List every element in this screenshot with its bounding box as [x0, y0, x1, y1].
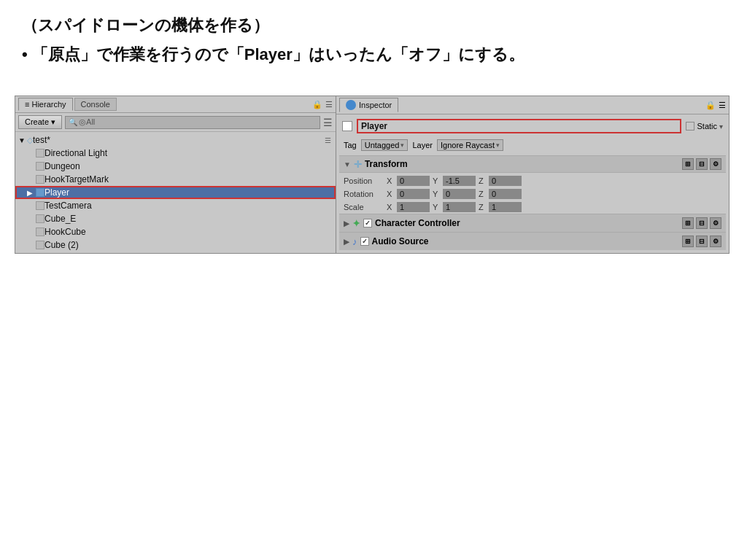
gameobj-icon — [36, 188, 44, 197]
cc-snap-icon[interactable]: ⊟ — [696, 217, 708, 229]
cc-label: Character Controller — [375, 218, 460, 228]
item-label: HookCube — [44, 227, 86, 237]
layer-dropdown[interactable]: Ignore Raycast ▾ — [437, 139, 503, 151]
gameobj-icon — [36, 201, 44, 210]
tag-dropdown[interactable]: Untagged ▾ — [361, 139, 409, 151]
y-axis-label: Y — [433, 203, 440, 211]
list-item[interactable]: Cube_E — [15, 212, 336, 225]
as-snap-icon[interactable]: ⊟ — [696, 236, 708, 247]
search-box: 🔍 — [65, 116, 320, 129]
gameobj-icon — [36, 214, 44, 223]
x-axis-label: X — [387, 176, 394, 185]
bullet-text: • 「原点」で作業を行うので「Player」はいったん「オフ」にする。 — [22, 42, 725, 66]
lock-icon: 🔒 — [705, 101, 716, 110]
rotation-label: Rotation — [344, 190, 384, 198]
scene-menu: ☰ — [325, 136, 331, 144]
hierarchy-menu-icon[interactable]: ☰ — [323, 117, 333, 128]
tag-dropdown-arrow: ▾ — [400, 141, 404, 149]
x-axis-label: X — [387, 203, 394, 211]
list-item-player[interactable]: ▶ Player — [15, 186, 336, 199]
player-name-field[interactable]: Player — [357, 119, 681, 133]
position-x[interactable] — [397, 176, 430, 186]
scale-x[interactable] — [397, 202, 430, 212]
list-item[interactable]: Directional Light — [15, 147, 336, 160]
scene-name: test* — [33, 135, 50, 145]
settings-icon[interactable]: ⚙ — [710, 158, 721, 170]
expand-arrow: ▼ — [18, 136, 27, 144]
layer-label: Layer — [412, 141, 433, 149]
scale-z[interactable] — [489, 202, 522, 212]
cc-icon: ✦ — [352, 218, 360, 229]
position-row: Position X Y Z — [339, 174, 726, 187]
ref-icon[interactable]: ⊞ — [682, 158, 694, 170]
cc-expand[interactable]: ▶ — [344, 219, 349, 228]
subtitle: （スパイドローンの機体を作る） — [22, 15, 725, 36]
position-xyz: X Y Z — [387, 176, 721, 186]
expand-arrow: ▶ — [27, 189, 36, 197]
as-ref-icon[interactable]: ⊞ — [682, 236, 694, 247]
static-dropdown-arrow[interactable]: ▾ — [719, 122, 723, 131]
tag-value: Untagged — [365, 141, 400, 149]
inspector-tab-icons: 🔒 ☰ — [705, 101, 726, 110]
position-y[interactable] — [443, 176, 476, 186]
list-item[interactable]: HookTargetMark — [15, 173, 336, 186]
item-label: Directional Light — [44, 148, 107, 158]
rotation-row: Rotation X Y Z — [339, 187, 726, 201]
create-button[interactable]: Create ▾ — [18, 115, 62, 129]
menu-icon[interactable]: ☰ — [719, 101, 726, 110]
as-expand[interactable]: ▶ — [344, 238, 349, 246]
transform-icons-right: ⊞ ⊟ ⚙ — [682, 158, 721, 170]
search-input[interactable] — [79, 118, 317, 127]
item-label: Cube (2) — [44, 240, 79, 250]
menu-icon[interactable]: ☰ — [325, 100, 333, 109]
cc-checkbox[interactable]: ✓ — [363, 219, 372, 228]
as-checkbox[interactable]: ✓ — [360, 237, 369, 246]
layer-dropdown-arrow: ▾ — [496, 141, 500, 149]
rotation-x[interactable] — [397, 189, 430, 199]
inspector-title-label: Inspector — [359, 101, 392, 109]
inspector-tab-bar: Inspector 🔒 ☰ — [336, 96, 729, 114]
cc-ref-icon[interactable]: ⊞ — [682, 217, 694, 229]
active-checkbox[interactable] — [342, 121, 352, 131]
z-axis-label: Z — [479, 190, 486, 198]
snap-icon[interactable]: ⊟ — [696, 158, 708, 170]
search-icon: 🔍 — [69, 118, 77, 126]
static-checkbox[interactable] — [686, 122, 694, 131]
list-item[interactable]: TestCamera — [15, 199, 336, 212]
tab-bar: ≡ Hierarchy Console 🔒 ☰ — [15, 96, 336, 113]
scale-y[interactable] — [443, 202, 476, 212]
tab-console[interactable]: Console — [74, 98, 117, 111]
y-axis-label: Y — [433, 190, 440, 198]
inspector-tab[interactable]: Inspector — [339, 98, 398, 112]
gameobj-icon — [36, 162, 44, 171]
as-label: Audio Source — [372, 236, 429, 246]
tag-layer-row: Tag Untagged ▾ Layer Ignore Raycast ▾ — [339, 138, 726, 152]
rotation-z[interactable] — [489, 189, 522, 199]
list-item[interactable]: Dungeon — [15, 160, 336, 173]
list-item[interactable]: Cube (2) — [15, 238, 336, 252]
list-item[interactable]: HookCube — [15, 225, 336, 238]
audio-source-row: ▶ ♪ ✓ Audio Source ⊞ ⊟ ⚙ — [339, 232, 726, 250]
as-icons: ⊞ ⊟ ⚙ — [682, 236, 721, 247]
as-settings-icon[interactable]: ⚙ — [710, 236, 721, 247]
layer-value: Ignore Raycast — [441, 141, 495, 149]
tab-hierarchy[interactable]: ≡ Hierarchy — [18, 98, 73, 111]
transform-expand[interactable]: ▼ — [344, 160, 351, 168]
x-axis-label: X — [387, 190, 394, 198]
cc-settings-icon[interactable]: ⚙ — [710, 217, 721, 229]
lock-icon: 🔒 — [312, 100, 322, 109]
rotation-xyz: X Y Z — [387, 189, 721, 199]
scene-root[interactable]: ▼ ◇ test* ☰ — [15, 133, 336, 147]
tag-label: Tag — [344, 141, 357, 149]
transform-title: Transform — [365, 159, 408, 169]
y-axis-label: Y — [433, 176, 440, 185]
scale-label: Scale — [344, 203, 384, 211]
z-axis-label: Z — [479, 176, 486, 185]
rotation-y[interactable] — [443, 189, 476, 199]
transform-icon: ✛ — [354, 159, 362, 170]
gameobj-icon — [36, 149, 44, 158]
inspector-content: Player Static ▾ Tag Untagged ▾ Layer Ign… — [336, 114, 729, 253]
position-z[interactable] — [489, 176, 522, 186]
tab-icons: 🔒 ☰ — [312, 100, 333, 109]
hierarchy-content: ▼ ◇ test* ☰ Directional Light Dungeon — [15, 132, 336, 253]
